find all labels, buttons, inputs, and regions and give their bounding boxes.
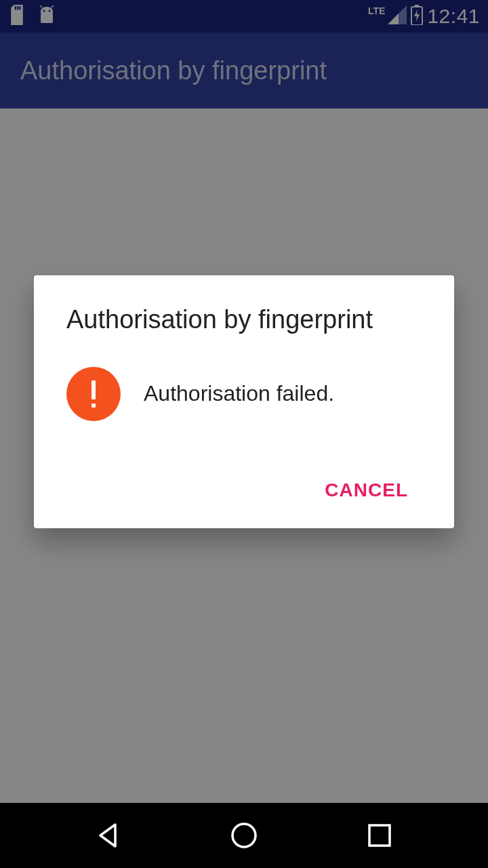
fingerprint-dialog: Authorisation by fingerprint Authorisati…: [34, 275, 454, 528]
svg-point-13: [232, 824, 256, 847]
dialog-message: Authorisation failed.: [144, 381, 334, 406]
svg-rect-14: [369, 825, 390, 846]
back-button[interactable]: [89, 816, 127, 854]
dialog-body: Authorisation failed.: [66, 367, 422, 421]
dialog-actions: CANCEL: [66, 469, 422, 512]
cancel-button[interactable]: CANCEL: [311, 469, 422, 512]
navigation-bar: [0, 803, 488, 868]
dialog-title: Authorisation by fingerprint: [66, 305, 422, 334]
recents-button[interactable]: [361, 816, 399, 854]
svg-rect-11: [92, 380, 96, 399]
svg-rect-12: [92, 403, 96, 408]
home-button[interactable]: [225, 816, 263, 854]
dialog-scrim[interactable]: Authorisation by fingerprint Authorisati…: [0, 0, 488, 803]
error-icon: [66, 367, 121, 421]
